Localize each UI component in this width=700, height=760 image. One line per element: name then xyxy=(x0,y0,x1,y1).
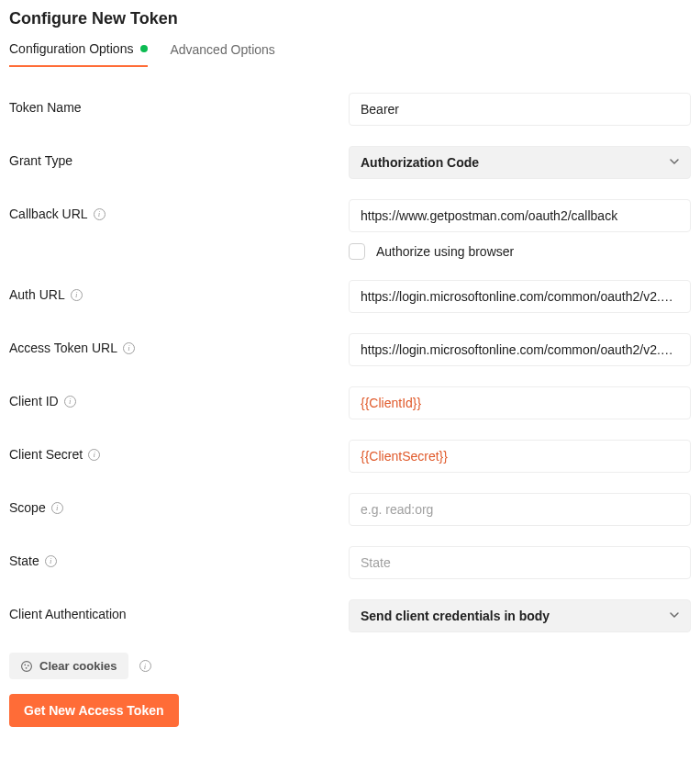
auth-url-label: Auth URL i xyxy=(9,280,349,302)
token-name-input[interactable] xyxy=(349,93,691,126)
tab-advanced-options[interactable]: Advanced Options xyxy=(170,41,274,66)
callback-url-label: Callback URL i xyxy=(9,199,349,221)
client-authentication-select[interactable]: Send client credentials in body xyxy=(349,599,691,632)
button-label: Clear cookies xyxy=(39,659,117,673)
scope-label: Scope i xyxy=(9,493,349,515)
get-new-access-token-button[interactable]: Get New Access Token xyxy=(9,694,179,727)
scope-input[interactable] xyxy=(349,493,691,526)
info-icon: i xyxy=(64,396,76,408)
svg-point-1 xyxy=(24,664,26,665)
access-token-url-input[interactable] xyxy=(349,333,691,366)
tab-configuration-options[interactable]: Configuration Options xyxy=(9,41,148,67)
token-name-label: Token Name xyxy=(9,93,349,115)
tab-label: Configuration Options xyxy=(9,41,133,56)
info-icon: i xyxy=(88,449,100,461)
svg-point-2 xyxy=(28,665,29,666)
client-id-input[interactable] xyxy=(349,386,691,419)
button-label: Get New Access Token xyxy=(24,703,164,718)
auth-url-input[interactable] xyxy=(349,280,691,313)
callback-url-input[interactable] xyxy=(349,199,691,232)
info-icon: i xyxy=(94,208,106,220)
tab-label: Advanced Options xyxy=(170,42,274,57)
page-title: Configure New Token xyxy=(9,9,691,28)
svg-point-0 xyxy=(22,661,32,671)
info-icon: i xyxy=(45,555,57,567)
info-icon: i xyxy=(139,660,151,672)
authorize-browser-checkbox[interactable] xyxy=(349,243,365,260)
status-dot-icon xyxy=(140,45,148,52)
authorize-browser-label: Authorize using browser xyxy=(376,244,514,259)
client-secret-label: Client Secret i xyxy=(9,440,349,462)
grant-type-select[interactable]: Authorization Code xyxy=(349,146,691,179)
clear-cookies-button[interactable]: Clear cookies xyxy=(9,653,128,679)
state-label: State i xyxy=(9,546,349,568)
access-token-url-label: Access Token URL i xyxy=(9,333,349,355)
client-id-label: Client ID i xyxy=(9,386,349,408)
state-input[interactable] xyxy=(349,546,691,579)
tabs: Configuration Options Advanced Options xyxy=(9,41,691,67)
info-icon: i xyxy=(123,342,135,354)
info-icon: i xyxy=(71,289,83,301)
svg-point-3 xyxy=(26,666,28,668)
grant-type-label: Grant Type xyxy=(9,146,349,168)
client-secret-input[interactable] xyxy=(349,440,691,473)
client-authentication-label: Client Authentication xyxy=(9,599,349,621)
cookie-icon xyxy=(20,660,33,673)
info-icon: i xyxy=(51,502,63,514)
